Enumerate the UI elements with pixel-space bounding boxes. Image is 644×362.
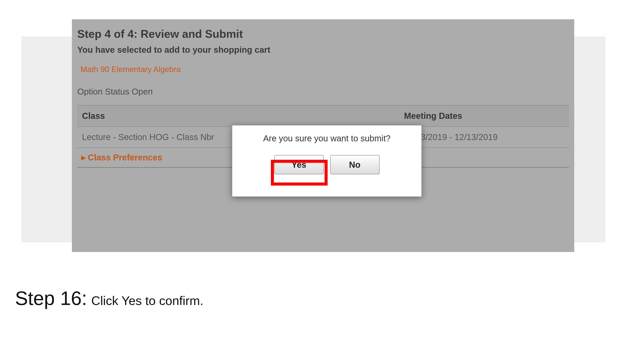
option-status: Option Status Open — [77, 87, 569, 96]
class-preferences-label: Class Preferences — [88, 153, 162, 162]
step-heading: Step 4 of 4: Review and Submit — [77, 27, 569, 40]
table-header-row: Class Meeting Dates — [77, 105, 569, 127]
td-meeting-dates: 09/23/2019 - 12/13/2019 — [399, 127, 569, 148]
sub-heading: You have selected to add to your shoppin… — [77, 45, 569, 55]
instruction-step-number: Step 16: — [15, 287, 87, 310]
no-button[interactable]: No — [330, 155, 380, 174]
th-meeting-dates: Meeting Dates — [399, 105, 569, 126]
chevron-right-icon: ▶ — [81, 154, 86, 161]
instruction-line: Step 16: Click Yes to confirm. — [15, 287, 203, 310]
instruction-suffix: to confirm. — [142, 294, 204, 308]
instruction-prefix: Click — [91, 294, 122, 308]
yes-button[interactable]: Yes — [274, 155, 324, 174]
dialog-message: Are you sure you want to submit? — [232, 134, 422, 143]
course-title: Math 90 Elementary Algebra — [80, 65, 569, 74]
dialog-buttons: Yes No — [232, 155, 422, 174]
instruction-bold: Yes — [122, 294, 142, 308]
th-class: Class — [77, 105, 399, 126]
confirm-dialog: Are you sure you want to submit? Yes No — [232, 125, 422, 197]
instruction-body: Click Yes to confirm. — [91, 293, 203, 308]
